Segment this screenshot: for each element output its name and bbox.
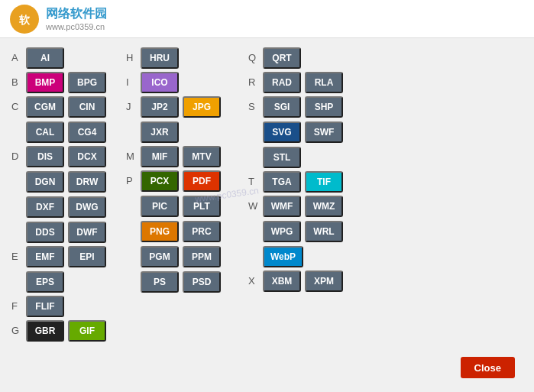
tag-cgm[interactable]: CGM bbox=[26, 96, 64, 118]
tags-s: SGI SHP SVG SWF STL bbox=[263, 96, 343, 168]
tags-f: FLIF bbox=[26, 296, 64, 317]
group-f: F FLIF bbox=[11, 296, 111, 317]
tag-ico[interactable]: ICO bbox=[141, 72, 179, 93]
letter-j: J bbox=[126, 96, 137, 112]
tag-wmf[interactable]: WMF bbox=[263, 196, 301, 217]
group-e: E EMF EPI EPS bbox=[11, 246, 111, 293]
tag-pcx[interactable]: PCX bbox=[141, 170, 179, 192]
close-button[interactable]: Close bbox=[461, 357, 515, 378]
tag-rla[interactable]: RLA bbox=[305, 72, 343, 93]
tag-cg4[interactable]: CG4 bbox=[68, 121, 106, 143]
letter-g: G bbox=[11, 320, 22, 336]
tag-prc[interactable]: PRC bbox=[183, 221, 221, 242]
tag-wrl[interactable]: WRL bbox=[305, 221, 343, 242]
group-g: G GBR GIF bbox=[11, 320, 111, 342]
group-c: C CGM CIN CAL CG4 bbox=[11, 96, 111, 143]
tag-hru[interactable]: HRU bbox=[141, 47, 179, 69]
tag-webp[interactable]: WebP bbox=[263, 246, 303, 267]
tags-c: CGM CIN CAL CG4 bbox=[26, 96, 110, 143]
tag-wpg[interactable]: WPG bbox=[263, 221, 301, 242]
tag-rad[interactable]: RAD bbox=[263, 72, 301, 93]
letter-a: A bbox=[11, 47, 22, 63]
letter-e: E bbox=[11, 246, 22, 262]
letter-d: D bbox=[11, 146, 22, 162]
letter-h: H bbox=[126, 47, 137, 63]
tag-drw[interactable]: DRW bbox=[68, 171, 106, 193]
tag-shp[interactable]: SHP bbox=[305, 96, 343, 118]
tag-dwf[interactable]: DWF bbox=[68, 222, 106, 243]
tag-mif[interactable]: MIF bbox=[141, 146, 179, 167]
tag-cal[interactable]: CAL bbox=[26, 121, 64, 143]
tag-dis[interactable]: DIS bbox=[26, 146, 64, 167]
tag-tif[interactable]: TIF bbox=[305, 171, 343, 193]
tag-emf[interactable]: EMF bbox=[26, 246, 64, 267]
tag-png[interactable]: PNG bbox=[141, 221, 179, 242]
tag-jpg[interactable]: JPG bbox=[183, 96, 221, 118]
letter-q: Q bbox=[248, 47, 259, 63]
group-a: A AI bbox=[11, 47, 111, 69]
tag-dds[interactable]: DDS bbox=[26, 222, 64, 243]
group-r: R RAD RLA bbox=[248, 72, 371, 93]
tag-ai[interactable]: AI bbox=[26, 47, 64, 69]
svg-text:软: 软 bbox=[18, 14, 31, 26]
letter-p: P bbox=[126, 170, 137, 186]
tag-stl[interactable]: STL bbox=[263, 147, 301, 168]
tag-dcx[interactable]: DCX bbox=[68, 146, 106, 167]
letter-s: S bbox=[248, 96, 259, 112]
site-url: www.pc0359.cn bbox=[46, 22, 107, 31]
tag-dwg[interactable]: DWG bbox=[68, 196, 106, 218]
tag-eps[interactable]: EPS bbox=[26, 271, 64, 293]
tag-flif[interactable]: FLIF bbox=[26, 296, 64, 317]
tag-wmz[interactable]: WMZ bbox=[305, 196, 343, 217]
group-t: T TGA TIF bbox=[248, 171, 371, 193]
group-s: S SGI SHP SVG SWF STL bbox=[248, 96, 371, 168]
tag-pic[interactable]: PIC bbox=[141, 196, 179, 217]
letter-r: R bbox=[248, 72, 259, 88]
column-qrstwx: Q QRT R RAD RLA S SGI SHP SVG bbox=[248, 47, 371, 342]
group-b: B BMP BPG bbox=[11, 72, 111, 93]
tag-dgn[interactable]: DGN bbox=[26, 171, 64, 193]
tag-psd[interactable]: PSD bbox=[183, 271, 221, 293]
column-abcdefg: A AI B BMP BPG C CGM CIN CAL CG4 D bbox=[11, 47, 111, 342]
tags-p: PCX PDF PIC PLT PNG PRC PGM PPM PS PSD bbox=[141, 170, 221, 293]
tag-pgm[interactable]: PGM bbox=[141, 246, 179, 267]
tag-tga[interactable]: TGA bbox=[263, 171, 301, 193]
group-m: M MIF MTV bbox=[126, 146, 233, 167]
header: 软 网络软件园 www.pc0359.cn bbox=[0, 0, 534, 38]
tag-bpg[interactable]: BPG bbox=[68, 72, 106, 93]
letter-c: C bbox=[11, 96, 22, 112]
group-q: Q QRT bbox=[248, 47, 371, 69]
tag-dxf[interactable]: DXF bbox=[26, 196, 64, 218]
tag-qrt[interactable]: QRT bbox=[263, 47, 301, 69]
group-w: W WMF WMZ WPG WRL WebP bbox=[248, 196, 371, 267]
tags-j: JP2 JPG JXR bbox=[141, 96, 221, 143]
letter-t: T bbox=[248, 171, 259, 187]
group-p: P PCX PDF PIC PLT PNG PRC PGM PPM bbox=[126, 170, 233, 293]
logo-icon: 软 bbox=[9, 4, 40, 34]
tag-mtv[interactable]: MTV bbox=[183, 146, 221, 167]
tag-swf[interactable]: SWF bbox=[305, 121, 343, 143]
tag-jp2[interactable]: JP2 bbox=[141, 96, 179, 118]
tag-ppm[interactable]: PPM bbox=[183, 246, 221, 267]
tags-w: WMF WMZ WPG WRL WebP bbox=[263, 196, 343, 267]
tag-bmp[interactable]: BMP bbox=[26, 72, 64, 93]
tags-i: ICO bbox=[141, 72, 179, 93]
tag-gbr[interactable]: GBR bbox=[26, 320, 64, 342]
tag-sgi[interactable]: SGI bbox=[263, 96, 301, 118]
tag-cin[interactable]: CIN bbox=[68, 96, 106, 118]
tag-jxr[interactable]: JXR bbox=[141, 121, 179, 143]
site-name: 网络软件园 bbox=[46, 6, 107, 22]
tag-svg[interactable]: SVG bbox=[263, 121, 301, 143]
tag-ps[interactable]: PS bbox=[141, 271, 179, 293]
tag-xbm[interactable]: XBM bbox=[263, 271, 301, 292]
tag-xpm[interactable]: XPM bbox=[305, 271, 343, 292]
tag-pdf[interactable]: PDF bbox=[183, 170, 221, 192]
tag-gif[interactable]: GIF bbox=[68, 320, 106, 342]
tags-h: HRU bbox=[141, 47, 179, 69]
tags-e: EMF EPI EPS bbox=[26, 246, 106, 293]
tags-a: AI bbox=[26, 47, 64, 69]
letter-b: B bbox=[11, 72, 22, 88]
tag-epi[interactable]: EPI bbox=[68, 246, 106, 267]
tag-plt[interactable]: PLT bbox=[183, 196, 221, 217]
letter-f: F bbox=[11, 296, 22, 312]
